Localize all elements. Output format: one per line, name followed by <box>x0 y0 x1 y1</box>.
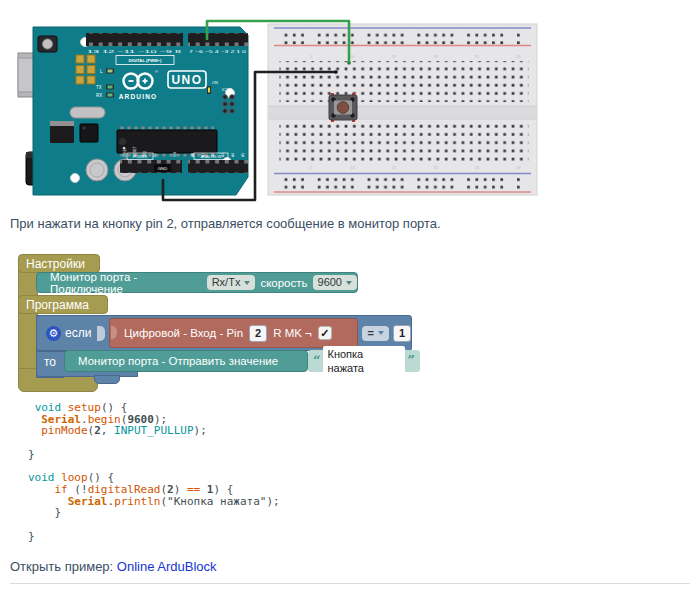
icsp-label: ICSP <box>222 87 232 92</box>
svg-text:25: 25 <box>475 165 480 170</box>
svg-text:10: 10 <box>350 165 355 170</box>
operator-dropdown[interactable]: = <box>362 326 388 341</box>
code-block: void setup() { Serial.begin(9600); pinMo… <box>28 402 280 542</box>
wrapper-spine <box>18 264 38 384</box>
push-button <box>329 93 357 122</box>
socket-tab <box>97 326 105 341</box>
serial-connect-label: Монитор порта - Подключение <box>50 271 202 295</box>
operator-value: = <box>367 327 373 340</box>
open-example-label: Открыть пример: <box>10 559 113 574</box>
if-block-tab <box>94 375 120 384</box>
string-block[interactable]: “ Кнопка нажата ” <box>308 350 420 372</box>
port-value: Rx/Tx <box>212 276 241 289</box>
usb-chip <box>80 124 98 142</box>
arduino-brand: ARDUINO <box>119 93 158 100</box>
open-quote: “ <box>313 356 320 366</box>
on-label: ON <box>212 80 218 85</box>
serial-send-label: Монитор порта - Отправить значение <box>78 355 278 367</box>
crystal-oscillator <box>70 107 105 118</box>
program-block-header[interactable]: Программа <box>18 295 108 314</box>
rx-label: RX <box>96 93 102 98</box>
svg-text:15: 15 <box>392 165 397 170</box>
serial-send-block[interactable]: Монитор порта - Отправить значение <box>64 350 308 372</box>
close-quote: ” <box>408 356 415 366</box>
voltage-regulator <box>50 126 74 143</box>
power-label: POWER <box>133 155 148 159</box>
speed-dropdown[interactable]: 9600 <box>313 275 357 290</box>
svg-text:25: 25 <box>475 54 480 59</box>
svg-text:A3: A3 <box>221 153 225 157</box>
speed-value: 9600 <box>318 276 342 289</box>
then-label: то <box>44 355 56 369</box>
svg-text:10: 10 <box>350 54 355 59</box>
digital-read-block[interactable]: Цифровой - Вход - Pin 2 R MK ¬ ✓ <box>109 318 358 348</box>
svg-text:VIN: VIN <box>173 151 177 157</box>
pin-input[interactable]: 2 <box>249 325 267 342</box>
svg-text:30: 30 <box>516 165 521 170</box>
tx-label: TX <box>96 85 102 90</box>
svg-text:IOREF: IOREF <box>123 147 127 157</box>
digital-pin-labels-a: 13 12 ~11 ~10 ~9 8 <box>87 50 182 54</box>
pullup-checkbox[interactable]: ✓ <box>318 326 332 340</box>
svg-text:A0: A0 <box>191 153 195 157</box>
port-dropdown[interactable]: Rx/Tx <box>207 275 256 290</box>
digital-pin-labels-b: 7 ~6 ~5 4 ~3 2 1 0 <box>189 50 247 54</box>
svg-text:15: 15 <box>392 54 397 59</box>
footer: Открыть пример: Online ArduBlock <box>10 559 217 574</box>
if-label: если <box>65 326 91 340</box>
pullup-label: R MK ¬ <box>273 327 312 339</box>
svg-text:20: 20 <box>433 54 438 59</box>
digital-read-label: Цифровой - Вход - Pin <box>124 327 243 339</box>
capacitor <box>86 159 108 181</box>
online-ardublock-link[interactable]: Online ArduBlock <box>117 559 217 574</box>
svg-text:A5: A5 <box>241 153 245 157</box>
arduino-board: 13 12 ~11 ~10 ~9 8 7 ~6 ~5 4 ~3 2 1 0 DI… <box>18 27 248 195</box>
gnd-label: GND <box>158 166 167 171</box>
svg-text:A4: A4 <box>231 153 235 157</box>
wiring-diagram: 13 12 ~11 ~10 ~9 8 7 ~6 ~5 4 ~3 2 1 0 DI… <box>0 0 700 215</box>
compare-value-input[interactable]: 1 <box>393 325 411 342</box>
atmega-chip <box>117 130 217 153</box>
string-input[interactable]: Кнопка нажата <box>323 346 404 376</box>
center-channel <box>268 106 537 119</box>
analog-label: ANALOG IN <box>201 155 222 159</box>
serial-connect-block[interactable]: Монитор порта - Подключение Rx/Tx скорос… <box>36 272 358 293</box>
gear-icon[interactable]: ⚙ <box>46 326 61 341</box>
ardublock-diagram: Настройки Программа Монитор порта - Подк… <box>18 254 438 399</box>
breadboard: 5510101515202025253030 <box>268 24 537 195</box>
description-text: При нажати на кнопку pin 2, отправляется… <box>10 216 441 231</box>
svg-text:30: 30 <box>516 54 521 59</box>
registered-mark: ® <box>155 69 158 74</box>
svg-text:20: 20 <box>433 165 438 170</box>
speed-label: скорость <box>260 277 307 289</box>
digital-label: DIGITAL (PWM~) <box>129 58 163 63</box>
block-notch <box>111 326 117 339</box>
uno-label: UNO <box>171 73 202 87</box>
divider <box>10 583 690 584</box>
